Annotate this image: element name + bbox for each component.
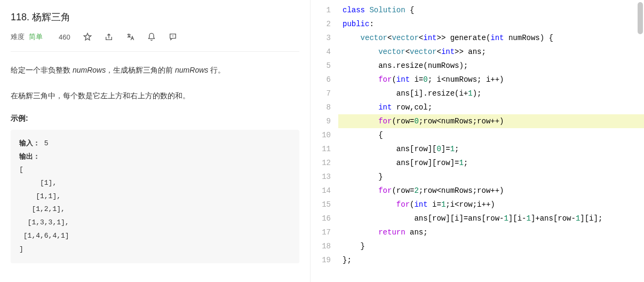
feedback-icon <box>169 33 177 41</box>
code-line[interactable]: }; <box>338 253 644 267</box>
bell-icon <box>147 33 156 41</box>
line-number: 1 <box>320 3 331 17</box>
line-number: 18 <box>320 239 331 253</box>
line-number: 9 <box>320 114 331 128</box>
line-number: 15 <box>320 198 331 212</box>
code-line[interactable]: for(row=2;row<numRows;row++) <box>338 184 644 198</box>
notification-button[interactable] <box>147 33 156 41</box>
line-number: 7 <box>320 87 331 100</box>
code-line[interactable]: for(int i=1;i<row;i++) <box>338 198 644 212</box>
line-number: 4 <box>320 45 331 59</box>
line-number: 2 <box>320 17 331 31</box>
line-number: 13 <box>320 170 331 184</box>
code-editor-pane[interactable]: 12345678910111213141516171819 class Solu… <box>311 0 644 282</box>
line-number: 6 <box>320 73 331 87</box>
code-line[interactable]: ans.resize(numRows); <box>338 59 644 73</box>
line-number: 3 <box>320 31 331 45</box>
problem-title: 118. 杨辉三角 <box>11 11 299 24</box>
like-button[interactable]: 460 <box>55 33 70 41</box>
code-line[interactable]: } <box>338 170 644 184</box>
share-button[interactable] <box>105 33 113 41</box>
example-heading: 示例: <box>11 114 299 123</box>
feedback-button[interactable] <box>169 33 177 41</box>
line-number: 5 <box>320 59 331 73</box>
line-number: 8 <box>320 100 331 114</box>
code-line[interactable]: ans[row][i]=ans[row-1][i-1]+ans[row-1][i… <box>338 212 644 225</box>
code-line[interactable]: { <box>338 128 644 142</box>
code-area[interactable]: class Solution {public: vector<vector<in… <box>338 3 644 267</box>
line-number: 14 <box>320 184 331 198</box>
code-line[interactable]: for(int i=0; i<numRows; i++) <box>338 73 644 87</box>
line-number: 12 <box>320 156 331 170</box>
problem-pane: 118. 杨辉三角 难度 简单 460 <box>0 0 311 282</box>
line-number: 16 <box>320 212 331 225</box>
line-number: 17 <box>320 225 331 239</box>
code-line[interactable]: ans[i].resize(i+1); <box>338 87 644 100</box>
difficulty-label: 难度 <box>11 32 25 42</box>
code-line[interactable]: for(row=0;row<numRows;row++) <box>338 114 644 128</box>
like-count: 460 <box>59 33 70 41</box>
translate-icon <box>126 33 134 41</box>
code-editor[interactable]: 12345678910111213141516171819 class Solu… <box>315 3 644 267</box>
line-number: 11 <box>320 142 331 156</box>
code-line[interactable]: int row,col; <box>338 100 644 114</box>
favorite-button[interactable] <box>83 33 92 41</box>
star-icon <box>83 33 92 41</box>
problem-meta-row: 难度 简单 460 <box>11 32 299 42</box>
scrollbar-track[interactable] <box>638 2 643 269</box>
problem-description-1: 给定一个非负整数 numRows，生成杨辉三角的前 numRows 行。 <box>11 62 299 77</box>
code-line[interactable]: ans[row][row]=1; <box>338 156 644 170</box>
divider <box>11 51 299 52</box>
share-icon <box>105 33 113 41</box>
line-number: 10 <box>320 128 331 142</box>
code-line[interactable]: vector<vector<int>> ans; <box>338 45 644 59</box>
scrollbar-thumb[interactable] <box>638 2 643 34</box>
line-number: 19 <box>320 253 331 267</box>
code-line[interactable]: return ans; <box>338 225 644 239</box>
line-number-gutter: 12345678910111213141516171819 <box>315 3 338 267</box>
example-box: 输入： 5 输出： [ [1], [1,1], [1,2,1], [1,3,3,… <box>11 130 299 263</box>
code-line[interactable]: class Solution { <box>338 3 644 17</box>
app-split-view: 118. 杨辉三角 难度 简单 460 <box>0 0 644 282</box>
code-line[interactable]: vector<vector<int>> generate(int numRows… <box>338 31 644 45</box>
code-line[interactable]: ans[row][0]=1; <box>338 142 644 156</box>
problem-description-2: 在杨辉三角中，每个数是它左上方和右上方的数的和。 <box>11 88 299 103</box>
translate-button[interactable] <box>126 33 134 41</box>
code-line[interactable]: } <box>338 239 644 253</box>
difficulty-value: 简单 <box>29 32 43 42</box>
code-line[interactable]: public: <box>338 17 644 31</box>
